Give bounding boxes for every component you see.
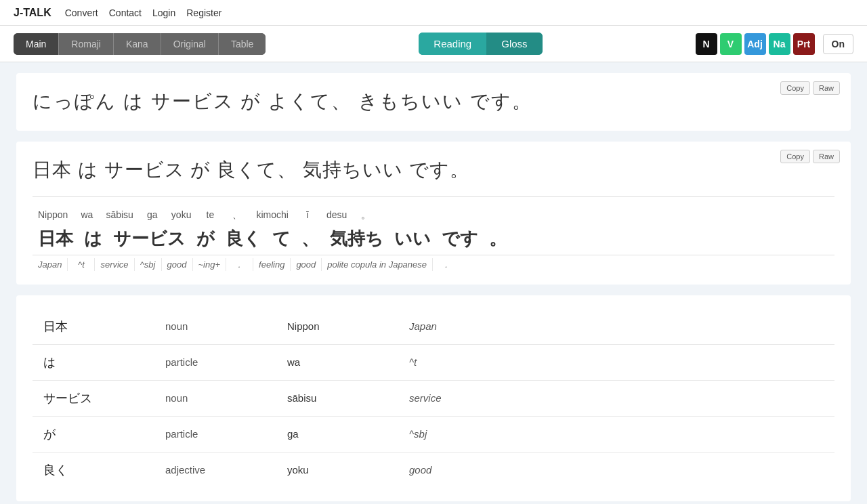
table-type-3: noun: [154, 380, 276, 416]
copy-button-1[interactable]: Copy: [780, 81, 810, 95]
main-tab-group: Main Romaji Kana Original Table: [14, 33, 266, 55]
pos-badge-na[interactable]: Na: [769, 33, 790, 55]
romaji-period: 。: [352, 208, 379, 223]
on-toggle[interactable]: On: [823, 34, 853, 54]
gloss-kimochi: feeling: [253, 258, 291, 271]
romaji-yoku: yoku: [166, 208, 197, 223]
gloss-wa: ^t: [68, 258, 95, 271]
word-analysis: Nippon wa sābisu ga yoku te 、 kimochi ī …: [33, 208, 834, 271]
table-row: 良く adjective yoku good: [33, 452, 834, 488]
romaji-ga: ga: [139, 208, 166, 223]
romaji-ii: ī: [294, 208, 321, 223]
romaji-row: Nippon wa sābisu ga yoku te 、 kimochi ī …: [33, 208, 834, 223]
kanji-row: 日本 は サービス が 良く て 、 気持ち いい です 。: [33, 226, 834, 252]
pos-badge-group: N V Adj Na Prt On: [696, 33, 853, 55]
copy-button-2[interactable]: Copy: [780, 150, 810, 163]
tab-bar: Main Romaji Kana Original Table Reading …: [0, 26, 867, 62]
raw-button-2[interactable]: Raw: [813, 150, 840, 163]
table-romaji-2: wa: [276, 344, 398, 380]
nav-login[interactable]: Login: [152, 7, 175, 18]
pos-badge-prt[interactable]: Prt: [793, 33, 815, 55]
gloss-comma: .: [226, 258, 253, 271]
table-row: 日本 noun Nippon Japan: [33, 309, 834, 345]
table-word-3: サービス: [33, 380, 154, 416]
gloss-period: .: [433, 258, 460, 271]
kanji-ii: いい: [389, 226, 436, 252]
table-row: サービス noun sābisu service: [33, 380, 834, 416]
table-romaji-4: ga: [276, 416, 398, 452]
navigation: J-TALK Convert Contact Login Register: [0, 0, 867, 26]
kanji-kimochi: 気持ち: [324, 226, 389, 252]
gloss-sabisu: service: [95, 258, 134, 271]
kanji-sabisu: サービス: [108, 226, 191, 252]
kanji-text: 日本 は サービス が 良くて、 気持ちいい です。: [33, 155, 834, 186]
nav-contact[interactable]: Contact: [109, 7, 142, 18]
kanji-comma: 、: [296, 226, 324, 252]
gloss-ga: ^sbj: [135, 258, 162, 271]
gloss-te: ~ing+: [193, 258, 227, 271]
copy-raw-bar-1: Copy Raw: [780, 81, 840, 95]
romaji-nippon: Nippon: [33, 208, 73, 223]
table-gloss-3: service: [398, 380, 834, 416]
reading-tab-group: Reading Gloss: [419, 33, 542, 55]
table-romaji-1: Nippon: [276, 309, 398, 345]
kanji-analysis-section: Copy Raw 日本 は サービス が 良くて、 気持ちいい です。 Nipp…: [16, 142, 851, 285]
table-type-1: noun: [154, 309, 276, 345]
pos-badge-n[interactable]: N: [696, 33, 717, 55]
table-gloss-4: ^sbj: [398, 416, 834, 452]
table-row: が particle ga ^sbj: [33, 416, 834, 452]
divider-1: [33, 196, 834, 197]
table-word-4: が: [33, 416, 154, 452]
table-type-2: particle: [154, 344, 276, 380]
romaji-wa: wa: [73, 208, 100, 223]
table-word-2: は: [33, 344, 154, 380]
romaji-sabisu: sābisu: [100, 208, 138, 223]
kanji-desu: です: [436, 226, 484, 252]
tab-gloss[interactable]: Gloss: [486, 33, 542, 55]
tab-kana[interactable]: Kana: [114, 33, 161, 55]
main-content: Copy Raw にっぽん は サービス が よくて、 きもちいい です。 Co…: [0, 73, 867, 504]
tab-romaji[interactable]: Romaji: [59, 33, 114, 55]
table-type-4: particle: [154, 416, 276, 452]
kanji-nippon: 日本: [33, 226, 79, 252]
copy-raw-bar-2: Copy Raw: [780, 150, 840, 163]
nav-register[interactable]: Register: [186, 7, 221, 18]
kanji-period: 。: [484, 226, 512, 252]
table-section: 日本 noun Nippon Japan は particle wa ^t サー…: [16, 295, 851, 501]
nav-convert[interactable]: Convert: [65, 7, 98, 18]
table-gloss-5: good: [398, 452, 834, 488]
gloss-desu: polite copula in Japanese: [322, 258, 433, 271]
table-romaji-5: yoku: [276, 452, 398, 488]
gloss-nippon: Japan: [33, 258, 68, 271]
brand-logo: J-TALK: [14, 7, 51, 19]
romaji-te: te: [196, 208, 224, 223]
tab-table[interactable]: Table: [219, 33, 266, 55]
romaji-desu: desu: [321, 208, 352, 223]
tab-original[interactable]: Original: [161, 33, 219, 55]
gloss-yoku: good: [162, 258, 193, 271]
table-word-1: 日本: [33, 309, 154, 345]
table-gloss-2: ^t: [398, 344, 834, 380]
gloss-ii: good: [291, 258, 322, 271]
table-romaji-3: sābisu: [276, 380, 398, 416]
pos-badge-adj[interactable]: Adj: [744, 33, 766, 55]
word-table: 日本 noun Nippon Japan は particle wa ^t サー…: [33, 309, 834, 488]
kana-section: Copy Raw にっぽん は サービス が よくて、 きもちいい です。: [16, 73, 851, 131]
table-gloss-1: Japan: [398, 309, 834, 345]
table-row: は particle wa ^t: [33, 344, 834, 380]
kanji-ga: が: [191, 226, 220, 252]
table-word-5: 良く: [33, 452, 154, 488]
kana-text: にっぽん は サービス が よくて、 きもちいい です。: [33, 87, 834, 117]
kanji-te: て: [267, 226, 296, 252]
nav-links: Convert Contact Login Register: [65, 7, 222, 18]
kanji-yoku: 良く: [220, 226, 267, 252]
romaji-comma: 、: [224, 208, 251, 223]
table-type-5: adjective: [154, 452, 276, 488]
kanji-wa: は: [79, 226, 108, 252]
pos-badge-v[interactable]: V: [720, 33, 742, 55]
gloss-row: Japan ^t service ^sbj good ~ing+ . feeli…: [33, 255, 834, 271]
raw-button-1[interactable]: Raw: [813, 81, 840, 95]
tab-reading[interactable]: Reading: [419, 33, 486, 55]
romaji-kimochi: kimochi: [251, 208, 293, 223]
tab-main[interactable]: Main: [14, 33, 59, 55]
